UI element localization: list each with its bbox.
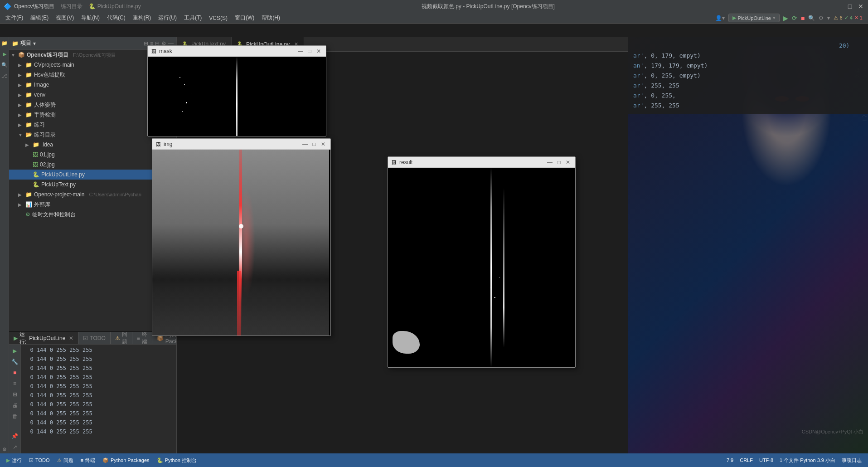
maximize-button[interactable]: □ xyxy=(846,3,853,10)
run-trash-icon[interactable]: 🗑 xyxy=(10,412,19,421)
run-output-line: 0 144 0 255 255 255 xyxy=(24,345,174,355)
run-tab-todo[interactable]: ☑ TODO xyxy=(78,332,110,345)
activity-settings[interactable]: ⚙ xyxy=(0,445,9,453)
run-green-btn[interactable]: ▶ xyxy=(783,15,788,22)
menu-refactor[interactable]: 重构(R) xyxy=(129,13,155,24)
tree-item-external[interactable]: ▶ 📊 外部库 xyxy=(9,199,176,209)
mask-streak xyxy=(236,57,238,136)
tree-item-pickupoutline[interactable]: ▶ 🐍 PickUpOutLine.py xyxy=(9,170,176,180)
status-lineending[interactable]: CRLF xyxy=(737,456,756,465)
run-stop-icon[interactable]: ■ xyxy=(10,368,19,377)
status-terminal[interactable]: ≡ 终端 xyxy=(78,456,98,465)
code-overlay-line: ar', 0, 255, xyxy=(633,91,863,101)
cv-close-result[interactable]: ✕ xyxy=(564,159,572,166)
title-center: 视频截取颜色.py - PickUpOutLine.py [Opencv练习项目… xyxy=(141,3,835,10)
cv-close-img[interactable]: ✕ xyxy=(320,141,327,148)
status-problems[interactable]: ⚠ 问题 xyxy=(54,456,76,465)
terminal-icon: ≡ xyxy=(137,335,140,341)
status-csdn[interactable]: 事项日志 xyxy=(839,456,864,465)
run-icon: ▶ xyxy=(14,335,18,341)
run-table-icon[interactable]: ⊞ xyxy=(10,390,19,399)
cv-max-img[interactable]: □ xyxy=(310,141,318,148)
status-packages[interactable]: 📦 Python Packages xyxy=(100,456,152,465)
run-panel: ▶ 运行: PickUpOutLine ✕ ☑ TODO ⚠ 问题 ≡ 终端 xyxy=(9,331,176,453)
activity-folder[interactable]: 📁 xyxy=(0,39,9,47)
cv-title-mask: 🖼 mask — □ ✕ xyxy=(148,46,326,57)
folder-icon: 📁 xyxy=(25,92,32,98)
code-overlay-line: ar', 255, 255 xyxy=(633,81,863,91)
status-run[interactable]: ▶ 运行 xyxy=(4,456,24,465)
cv-controls-img: — □ ✕ xyxy=(301,141,327,148)
item-label: 练习 xyxy=(34,121,45,129)
cv-close-mask[interactable]: ✕ xyxy=(315,48,322,55)
settings-icon[interactable]: ⚙ xyxy=(819,15,824,21)
run-play-icon[interactable]: ▶ xyxy=(10,346,19,355)
run-filter-icon[interactable]: 🖨 xyxy=(10,401,19,410)
menu-tools[interactable]: 工具(T) xyxy=(180,13,205,24)
todo-label: TODO xyxy=(90,335,105,341)
run-close-icon[interactable]: ✕ xyxy=(69,335,73,341)
tree-item-scratch[interactable]: ▶ ⚙ 临时文件和控制台 xyxy=(9,209,176,219)
status-project-info[interactable]: 1 个文件 Python 3.9 小白 xyxy=(777,456,838,465)
tree-item-02jpg[interactable]: ▶ 🖼 02.jpg xyxy=(9,160,176,170)
run-tab-run[interactable]: ▶ 运行: PickUpOutLine ✕ xyxy=(9,332,78,345)
tree-item-opencv-project[interactable]: ▶ 📁 Opencv-project-main C:\Users\admin\P… xyxy=(9,190,176,199)
project-label: 项目 xyxy=(20,39,31,47)
status-console-label: Python 控制台 xyxy=(165,457,197,464)
status-todo[interactable]: ☑ TODO xyxy=(26,456,53,465)
menu-navigate[interactable]: 导航(N) xyxy=(78,13,103,24)
file-icon: 🖼 xyxy=(33,151,38,158)
title-project: Opencv练习项目 xyxy=(14,3,54,10)
tree-item-idea[interactable]: ▶ 📁 .idea xyxy=(9,140,176,150)
activity-git[interactable]: ⎇ xyxy=(0,72,9,80)
run-wrench-icon[interactable]: 🔧 xyxy=(10,357,19,366)
status-charset[interactable]: UTF-8 xyxy=(756,456,776,465)
menu-view[interactable]: 视图(V) xyxy=(52,13,78,24)
right-panel: さやつにるにもくべーほ一ベ 20) ar', 0, 179, empyt) an… xyxy=(628,37,868,453)
run-tab-terminal[interactable]: ≡ 终端 xyxy=(132,332,152,345)
menu-vcs[interactable]: VCS(S) xyxy=(205,13,231,24)
run-external-icon[interactable]: ↗ xyxy=(10,443,19,452)
minimize-button[interactable]: — xyxy=(835,3,843,10)
menu-run[interactable]: 运行(U) xyxy=(155,13,180,24)
cv-min-mask[interactable]: — xyxy=(297,48,304,55)
img-image xyxy=(152,150,329,336)
folder-icon: 📁 xyxy=(33,141,39,148)
folder-icon: 📁 xyxy=(25,191,32,198)
run-green-btn2[interactable]: ⟳ xyxy=(792,15,797,22)
cv-window-result: 🖼 result — □ ✕ xyxy=(388,156,576,368)
item-label: PickUpText.py xyxy=(41,181,76,188)
run-list-icon[interactable]: ≡ xyxy=(10,379,19,388)
cv-min-result[interactable]: — xyxy=(546,159,553,166)
status-console[interactable]: 🐍 Python 控制台 xyxy=(154,456,199,465)
activity-run[interactable]: ▶ xyxy=(0,50,9,58)
status-pos-label: 7:9 xyxy=(727,457,733,463)
item-label: 02.jpg xyxy=(40,161,55,168)
problems-label: 问题 xyxy=(122,332,127,345)
activity-search[interactable]: 🔍 xyxy=(0,61,9,69)
run-config-dropdown[interactable]: ▶ PickUpOutLine ▾ xyxy=(728,14,780,22)
menu-window[interactable]: 窗口(W) xyxy=(231,13,258,24)
run-text-output: 0 144 0 255 255 255 0 144 0 255 255 255 … xyxy=(21,345,176,453)
run-tab-problems[interactable]: ⚠ 问题 xyxy=(111,332,132,345)
status-position[interactable]: 7:9 xyxy=(724,456,736,465)
cv-min-img[interactable]: — xyxy=(301,141,309,148)
cv-max-mask[interactable]: □ xyxy=(306,48,313,55)
close-button[interactable]: ✕ xyxy=(857,3,864,10)
tree-item-01jpg[interactable]: ▶ 🖼 01.jpg xyxy=(9,150,176,160)
stop-red-btn[interactable]: ■ xyxy=(801,15,805,22)
menu-help[interactable]: 帮助(H) xyxy=(258,13,284,24)
menu-file[interactable]: 文件(F) xyxy=(2,13,27,24)
run-pin-icon[interactable]: 📌 xyxy=(10,432,19,441)
project-dropdown-icon[interactable]: ▾ xyxy=(33,40,36,47)
cv-max-result[interactable]: □ xyxy=(555,159,563,166)
cv-content-img xyxy=(152,150,330,336)
tree-item-pickuptext[interactable]: ▶ 🐍 PickUpText.py xyxy=(9,180,176,190)
menu-code[interactable]: 代码(C) xyxy=(103,13,129,24)
collapse-icon[interactable]: ▾ xyxy=(827,15,830,21)
user-avatar[interactable]: 👤▾ xyxy=(715,15,725,21)
menu-edit[interactable]: 编辑(E) xyxy=(27,13,52,24)
cv-title-result: 🖼 result — □ ✕ xyxy=(388,157,575,168)
search-icon[interactable]: 🔍 xyxy=(808,15,815,21)
status-bar: ▶ 运行 ☑ TODO ⚠ 问题 ≡ 终端 📦 Python Packages … xyxy=(0,453,868,467)
